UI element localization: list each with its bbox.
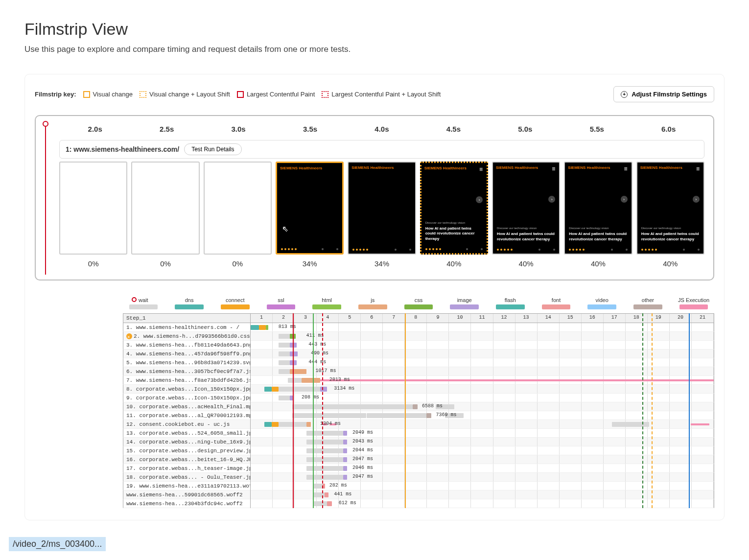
timing-label: 813 ms — [279, 324, 296, 329]
request-name: 3. www.siemens-hea...fb811e49da6643.png — [123, 341, 251, 350]
waterfall-row[interactable]: 19. www.siemens-hea...e311a19702113.woff… — [123, 482, 714, 490]
request-name: 11. corporate.webas...al_QR700012193.mp3 — [123, 411, 251, 420]
waterfall-row[interactable]: 10. corporate.webas...acHealth_Final.mp3… — [123, 402, 714, 411]
timing-bars: 441 ms — [251, 490, 714, 499]
waterfall-tick: 12 — [493, 314, 515, 323]
timing-bars: 282 ms — [251, 482, 714, 490]
frame-percent: 34% — [374, 259, 389, 268]
waterfall-tick: 11 — [471, 314, 493, 323]
scrubber-handle[interactable] — [43, 121, 48, 127]
waterfall-tick: 16 — [582, 314, 604, 323]
waterfall-row[interactable]: 4. www.siemens-hea...457da96f598ff9.png4… — [123, 350, 714, 358]
key-item: Largest Contentful Paint + Layout Shift — [322, 91, 441, 98]
waterfall-row[interactable]: 6. www.siemens-hea...3057bcf0ec9f7a7.js1… — [123, 367, 714, 376]
frame-column[interactable]: SIEMENS Healthineers34% — [348, 162, 416, 268]
timing-bar — [320, 379, 714, 381]
timing-bar — [279, 369, 290, 374]
filmstrip-timeline[interactable]: 2.0s2.5s3.0s3.5s4.0s4.5s5.0s5.5s6.0s 1: … — [35, 115, 714, 280]
frame-column[interactable]: 0% — [59, 162, 127, 268]
adjust-filmstrip-button[interactable]: + Adjust Filmstrip Settings — [613, 86, 714, 102]
frame-thumbnail[interactable] — [131, 162, 199, 255]
waterfall-tick: 6 — [361, 314, 383, 323]
frame-headline: Discover our technology visionHow AI and… — [569, 227, 627, 242]
waterfall-row[interactable]: 7. www.siemens-hea...f8ae73bddfd42b6.js2… — [123, 376, 714, 385]
waterfall-row[interactable]: 17. corporate.webas...h_teaser-image.jpg… — [123, 464, 714, 473]
waterfall-tick: 17 — [604, 314, 626, 323]
waterfall-row[interactable]: www.siemens-hea...2304b3fdc94c.woff2612 … — [123, 499, 714, 508]
waterfall-row[interactable]: 9. corporate.webas...Icon-150x150px.jpg2… — [123, 394, 714, 402]
waterfall-row[interactable]: 2. www.siemens-h...d7993566b61d0.css411 … — [123, 332, 714, 341]
frame-column[interactable]: SIEMENS Healthineers≡›Discover our techn… — [420, 162, 488, 268]
waterfall-row[interactable]: 3. www.siemens-hea...fb811e49da6643.png4… — [123, 341, 714, 350]
waterfall-row[interactable]: 13. corporate.webas...524_6058_small.jpg… — [123, 429, 714, 438]
frame-percent: 0% — [88, 259, 99, 268]
frame-percent: 0% — [160, 259, 171, 268]
test-header: 1: www.siemens-healthineers.com/ Test Ru… — [59, 140, 704, 159]
time-tick: 3.0s — [203, 121, 274, 140]
request-name: 14. corporate.webas...ning-tube_16x9.jpg — [123, 438, 251, 446]
frame-thumbnail[interactable] — [204, 162, 272, 255]
waterfall-row[interactable]: 1. www.siemens-healthineers.com - /813 m… — [123, 323, 714, 332]
frame-percent: 0% — [232, 259, 243, 268]
scrubber-handle-waterfall[interactable] — [132, 297, 137, 302]
page-title: Filmstrip View — [24, 20, 725, 39]
waterfall-tick: 14 — [538, 314, 560, 323]
timing-bar — [306, 448, 344, 453]
frame-headline: Discover our technology visionHow AI and… — [641, 227, 700, 242]
waterfall-tick: 9 — [427, 314, 449, 323]
waterfall-container: Step_1 123456789101112131415161718192021… — [123, 313, 714, 508]
frame-thumbnail[interactable]: SIEMENS Healthineers≡›Discover our techn… — [420, 162, 488, 255]
waterfall-tick: 2 — [273, 314, 295, 323]
frame-column[interactable]: SIEMENS Healthineers≡›Discover our techn… — [492, 162, 560, 268]
waterfall-row[interactable]: 5. www.siemens-hea...96b8d3a0714239.svg4… — [123, 358, 714, 367]
frames-row: 0%0%0%SIEMENS Healthineers⇖34%SIEMENS He… — [45, 162, 704, 268]
frame-column[interactable]: 0% — [131, 162, 199, 268]
time-tick: 5.0s — [490, 121, 561, 140]
request-name: 5. www.siemens-hea...96b8d3a0714239.svg — [123, 358, 251, 367]
frame-thumbnail[interactable] — [59, 162, 127, 255]
waterfall-row[interactable]: 16. corporate.webas...beitet_16-9_HQ.JPG… — [123, 455, 714, 464]
timing-bar — [325, 492, 328, 497]
request-name: 9. corporate.webas...Icon-150x150px.jpg — [123, 394, 251, 402]
timing-bar — [290, 351, 297, 356]
timing-label: 1017 ms — [315, 368, 336, 373]
request-name: 16. corporate.webas...beitet_16-9_HQ.JPG — [123, 455, 251, 464]
time-tick: 4.0s — [346, 121, 418, 140]
timing-label: 7369 ms — [436, 412, 456, 418]
frame-thumbnail[interactable]: SIEMENS Healthineers≡›Discover our techn… — [636, 162, 704, 255]
timing-bar — [323, 484, 326, 489]
waterfall-section: waitdnsconnectsslhtmljscssimageflashfont… — [123, 295, 714, 508]
request-name: 13. corporate.webas...524_6058_small.jpg — [123, 429, 251, 438]
waterfall-row[interactable]: 15. corporate.webas...design_preview.jpg… — [123, 446, 714, 455]
time-tick: 2.5s — [131, 121, 202, 140]
timing-bar — [251, 325, 259, 330]
frame-column[interactable]: SIEMENS Healthineers⇖34% — [276, 162, 344, 268]
chevron-right-icon: › — [693, 196, 700, 203]
waterfall-row[interactable]: 18. corporate.webas... - Oulu_Teaser.jpg… — [123, 473, 714, 482]
timing-bar — [279, 422, 306, 427]
timing-bar — [306, 475, 344, 480]
test-run-details-button[interactable]: Test Run Details — [184, 143, 241, 155]
frame-column[interactable]: 0% — [204, 162, 272, 268]
key-item: Visual change — [83, 91, 133, 98]
waterfall-row[interactable]: www.siemens-hea...59901dc68565.woff2441 … — [123, 490, 714, 499]
waterfall-row[interactable]: 14. corporate.webas...ning-tube_16x9.jpg… — [123, 438, 714, 446]
frame-headline: Discover our technology visionHow AI and… — [497, 227, 555, 242]
waterfall-rows: 1. www.siemens-healthineers.com - /813 m… — [123, 323, 714, 508]
timing-label: 2813 ms — [329, 377, 350, 382]
waterfall-row[interactable]: 8. corporate.webas...Icon_150x150px.jpg3… — [123, 385, 714, 394]
frame-thumbnail[interactable]: SIEMENS Healthineers≡›Discover our techn… — [564, 162, 632, 255]
frame-column[interactable]: SIEMENS Healthineers≡›Discover our techn… — [636, 162, 704, 268]
waterfall-row[interactable]: 12. consent.cookiebot.eu - uc.js1304 ms — [123, 420, 714, 429]
legend-item: image — [444, 297, 485, 309]
waterfall-row[interactable]: 11. corporate.webas...al_QR700012193.mp3… — [123, 411, 714, 420]
adjust-filmstrip-label: Adjust Filmstrip Settings — [632, 91, 707, 98]
frame-column[interactable]: SIEMENS Healthineers≡›Discover our techn… — [564, 162, 632, 268]
key-item: Visual change + Layout Shift — [140, 91, 230, 98]
frame-thumbnail[interactable]: SIEMENS Healthineers≡›Discover our techn… — [492, 162, 560, 255]
timing-bars: 1304 ms — [251, 420, 714, 428]
frame-thumbnail[interactable]: SIEMENS Healthineers⇖ — [276, 162, 344, 255]
frame-thumbnail[interactable]: SIEMENS Healthineers — [348, 162, 416, 255]
time-tick: 6.0s — [633, 121, 704, 140]
logo-icon: SIEMENS Healthineers — [568, 165, 610, 170]
